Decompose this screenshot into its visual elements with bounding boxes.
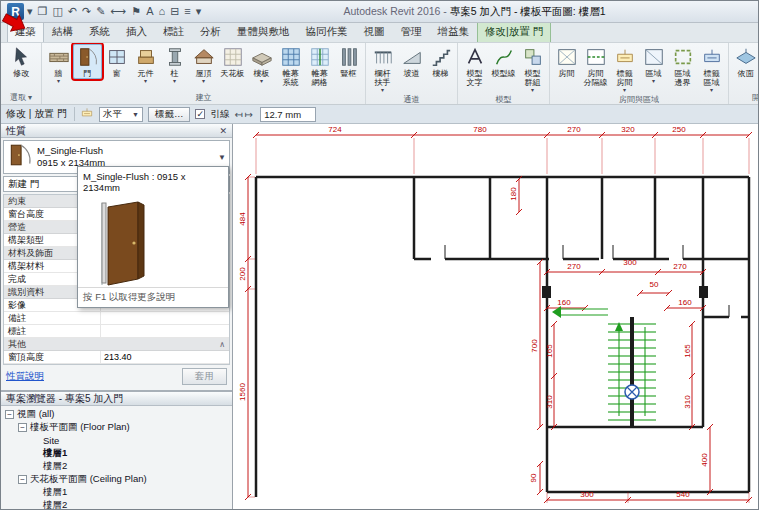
floor-plan: 7247802703202501804842001560270300270501…	[233, 124, 759, 510]
leader-checkbox[interactable]	[195, 109, 205, 119]
model-line-button[interactable]: 模型線	[489, 44, 518, 79]
window-button[interactable]: 窗	[102, 44, 131, 79]
collapse-icon[interactable]: −	[5, 410, 14, 419]
ribbon-tabs: 建築結構系統插入標註分析量體與敷地協同作業視圖管理增益集修改|放置 門	[1, 23, 758, 43]
tab-view[interactable]: 視圖	[356, 21, 393, 42]
chevron-down-icon: ▾	[531, 87, 534, 93]
thin-lines-icon[interactable]: ≡	[184, 6, 190, 17]
instance-label: 新建 門	[8, 178, 39, 191]
property-value[interactable]	[100, 325, 229, 337]
mullion-button[interactable]: 豎框	[334, 44, 363, 79]
railing-button[interactable]: 欄杆扶手▾	[368, 44, 397, 94]
floor-button[interactable]: 樓板▾	[247, 44, 276, 85]
measure-icon[interactable]: ⟷	[110, 6, 126, 17]
open-file-icon[interactable]: ❐	[38, 6, 48, 17]
section-icon[interactable]: ⊟	[170, 6, 179, 17]
chevron-down-icon: ▾	[260, 78, 263, 84]
tree-item-label: 視圖 (all)	[17, 408, 54, 421]
plan-dimension-labels: 7247802703202501804842001560270300270501…	[238, 125, 709, 499]
tree-item[interactable]: Site	[31, 434, 232, 447]
tag-area-button[interactable]: 標籤區域▾	[697, 44, 726, 94]
area-button[interactable]: 區域▾	[639, 44, 668, 85]
save-icon[interactable]: ◫	[52, 6, 62, 17]
tree-item[interactable]: 樓層2	[31, 499, 232, 510]
tag-orientation-dropdown[interactable]: 水平 ▼	[99, 107, 143, 122]
tab-insert[interactable]: 插入	[118, 21, 155, 42]
property-row: 標註	[4, 325, 229, 338]
stair-button[interactable]: 樓梯	[426, 44, 455, 79]
curtain-system-button[interactable]: 帷幕系統	[276, 44, 305, 88]
tab-manage[interactable]: 管理	[393, 21, 430, 42]
leader-offset-input[interactable]: 12.7 mm	[260, 107, 316, 122]
tab-systems[interactable]: 系統	[81, 21, 118, 42]
door-button[interactable]: 門	[73, 44, 102, 79]
redo-icon[interactable]: ↷	[82, 6, 91, 17]
door-icon	[77, 46, 99, 69]
wall-icon	[48, 46, 70, 69]
collapse-icon[interactable]: ∧	[219, 340, 225, 349]
tab-annotate[interactable]: 標註	[155, 21, 192, 42]
roof-button[interactable]: 屋頂▾	[189, 44, 218, 85]
dimension-label: 160	[678, 298, 692, 307]
customize-qat-icon[interactable]: ▾	[196, 6, 202, 17]
tree-item[interactable]: 樓層2	[31, 460, 232, 473]
tags-button[interactable]: 標籤…	[148, 107, 191, 122]
ribbon-group-room-area: 房間房間分隔線標籤房間▾區域▾區域邊界標籤區域▾房間與區域	[550, 43, 729, 104]
dimension-label: 1560	[238, 383, 247, 401]
tree-item[interactable]: 樓層1	[31, 486, 232, 499]
drawing-area[interactable]: 7247802703202501804842001560270300270501…	[233, 124, 758, 510]
leader-attach-left-icon[interactable]: ↤	[234, 109, 242, 120]
chevron-down-icon: ▾	[381, 87, 384, 93]
tag-room-button[interactable]: 標籤房間▾	[610, 44, 639, 94]
tree-item[interactable]: −樓板平面圖 (Floor Plan)	[18, 421, 232, 434]
tab-addins[interactable]: 增益集	[430, 21, 478, 42]
chevron-down-icon: ▾	[173, 78, 176, 84]
curtainsys-icon	[280, 46, 302, 69]
property-value[interactable]: 213.40	[100, 351, 229, 363]
apply-button[interactable]: 套用	[182, 368, 227, 385]
tab-collaborate[interactable]: 協同作業	[298, 21, 356, 42]
type-name: M_Single-Flush	[37, 145, 103, 156]
leader-attach-right-icon[interactable]: ↦	[245, 109, 253, 120]
ribbon-group-select: 修改選取 ▾	[1, 43, 42, 104]
dimension-label: 724	[328, 125, 342, 134]
curtain-grid-button[interactable]: 帷幕網格	[305, 44, 334, 88]
modify-button[interactable]: 修改	[3, 44, 39, 79]
tab-massing-site[interactable]: 量體與敷地	[229, 21, 298, 42]
tree-item[interactable]: 樓層1	[31, 447, 232, 460]
close-icon[interactable]: ✕	[219, 126, 227, 136]
ribbon-group-circulation: 欄杆扶手▾坡道樓梯通道	[366, 43, 458, 104]
tree-item[interactable]: −視圖 (all)	[5, 408, 232, 421]
tree-item-label: 樓層2	[43, 460, 67, 473]
text-icon[interactable]: A	[146, 6, 153, 17]
by-face-button[interactable]: 依面	[731, 44, 758, 79]
tab-structure[interactable]: 結構	[44, 21, 81, 42]
project-browser-title: 專案瀏覽器 - 專案5 加入門	[6, 392, 123, 406]
tab-analyze[interactable]: 分析	[192, 21, 229, 42]
column-button[interactable]: 柱▾	[160, 44, 189, 85]
project-browser-header: 專案瀏覽器 - 專案5 加入門	[1, 392, 232, 406]
roomsep-icon	[585, 46, 607, 69]
collapse-icon[interactable]: −	[18, 423, 27, 432]
room-separator-button[interactable]: 房間分隔線	[581, 44, 610, 88]
ceiling-button[interactable]: 天花板	[218, 44, 247, 79]
print-icon[interactable]: ✎	[96, 6, 105, 17]
room-button[interactable]: 房間	[552, 44, 581, 79]
collapse-icon[interactable]: −	[18, 475, 27, 484]
tag-icon[interactable]: ⚑	[131, 6, 141, 17]
app-menu-arrow-icon[interactable]: ▾	[27, 6, 33, 17]
properties-help-link[interactable]: 性質說明	[6, 370, 44, 383]
ribbon: 修改選取 ▾牆▾門窗元件▾柱▾屋頂▾天花板樓板▾帷幕系統帷幕網格豎框建立欄杆扶手…	[1, 43, 758, 105]
tab-modify-place-door[interactable]: 修改|放置 門	[477, 21, 551, 42]
ramp-button[interactable]: 坡道	[397, 44, 426, 79]
area-boundary-button[interactable]: 區域邊界	[668, 44, 697, 88]
component-button[interactable]: 元件▾	[131, 44, 160, 85]
undo-icon[interactable]: ↶	[68, 6, 77, 17]
model-group-button[interactable]: 模型群組▾	[518, 44, 547, 94]
default-3d-view-icon[interactable]: ⌂	[158, 6, 165, 17]
model-text-button[interactable]: 模型文字	[460, 44, 489, 88]
modeltext-icon	[464, 46, 486, 69]
property-value[interactable]	[100, 312, 229, 324]
tree-item[interactable]: −天花板平面圖 (Ceiling Plan)	[18, 473, 232, 486]
wall-button[interactable]: 牆▾	[44, 44, 73, 85]
